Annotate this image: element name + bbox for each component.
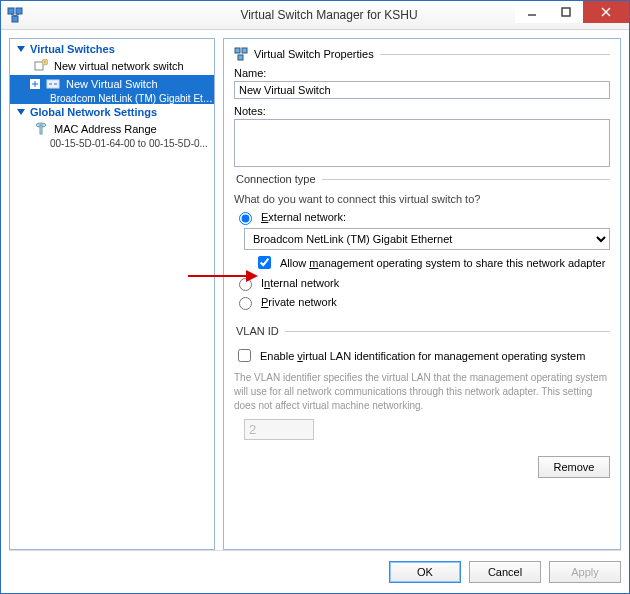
svg-rect-22 — [40, 125, 42, 134]
tree-item-mac-range[interactable]: MAC Address Range — [10, 120, 214, 138]
connection-question: What do you want to connect this virtual… — [234, 193, 610, 205]
vlan-enable-checkbox[interactable] — [238, 349, 251, 362]
svg-rect-0 — [8, 8, 14, 14]
vlan-help-text: The VLAN identifier specifies the virtua… — [234, 371, 610, 413]
maximize-button[interactable] — [549, 1, 583, 23]
expander-plus-icon[interactable] — [30, 79, 40, 89]
switch-icon — [46, 77, 60, 91]
external-network-radio[interactable] — [239, 212, 252, 225]
tree-section-virtual-switches[interactable]: Virtual Switches — [10, 41, 214, 57]
close-button[interactable] — [583, 1, 629, 23]
tree-item-label: New Virtual Switch — [66, 78, 158, 90]
svg-marker-20 — [17, 109, 25, 115]
tree-item-label: MAC Address Range — [54, 123, 157, 135]
notes-label: Notes: — [234, 105, 610, 117]
apply-button[interactable]: Apply — [549, 561, 621, 583]
allow-mgmt-option[interactable]: Allow management operating system to sha… — [254, 253, 610, 272]
titlebar[interactable]: Virtual Switch Manager for KSHU — [1, 1, 629, 30]
chevron-down-icon — [16, 44, 26, 54]
svg-rect-25 — [238, 55, 243, 60]
tree-header-label: Global Network Settings — [30, 106, 157, 118]
svg-rect-1 — [16, 8, 22, 14]
tree-section-global[interactable]: Global Network Settings — [10, 104, 214, 120]
vlan-enable-option[interactable]: Enable virtual LAN identification for ma… — [234, 346, 610, 365]
vlan-group: VLAN ID Enable virtual LAN identificatio… — [234, 325, 610, 440]
tree-item-selected-switch-detail[interactable]: Broadcom NetLink (TM) Gigabit Eth... — [10, 93, 214, 104]
connection-type-group: Connection type What do you want to conn… — [234, 173, 610, 313]
svg-rect-23 — [235, 48, 240, 53]
remove-button[interactable]: Remove — [538, 456, 610, 478]
properties-panel: Virtual Switch Properties Name: Notes: C… — [223, 38, 621, 550]
new-switch-icon — [34, 59, 48, 73]
switch-properties-icon — [234, 47, 248, 61]
svg-marker-9 — [17, 46, 25, 52]
external-network-option[interactable]: External network: — [234, 209, 610, 225]
tree-item-label: New virtual network switch — [54, 60, 184, 72]
minimize-button[interactable] — [515, 1, 549, 23]
internal-network-radio[interactable] — [239, 278, 252, 291]
cancel-button[interactable]: Cancel — [469, 561, 541, 583]
external-label-rest: xternal network: — [268, 211, 346, 223]
tree-header-label: Virtual Switches — [30, 43, 115, 55]
svg-rect-2 — [12, 16, 18, 22]
private-network-option[interactable]: Private network — [234, 294, 610, 310]
vlan-legend: VLAN ID — [234, 325, 285, 337]
navigation-tree[interactable]: Virtual Switches New virtual network swi… — [9, 38, 215, 550]
mac-range-icon — [34, 122, 48, 136]
tree-item-new-switch[interactable]: New virtual network switch — [10, 57, 214, 75]
section-title: Virtual Switch Properties — [254, 48, 374, 60]
app-icon — [7, 7, 23, 23]
private-network-radio[interactable] — [239, 297, 252, 310]
connection-type-legend: Connection type — [234, 173, 322, 185]
dialog-footer: OK Cancel Apply — [9, 550, 621, 593]
vlan-id-input — [244, 419, 314, 440]
section-divider — [380, 54, 610, 55]
name-input[interactable] — [234, 81, 610, 99]
internal-network-option[interactable]: Internal network — [234, 275, 610, 291]
name-label: Name: — [234, 67, 610, 79]
notes-textarea[interactable] — [234, 119, 610, 167]
tree-item-selected-switch[interactable]: New Virtual Switch — [10, 75, 214, 93]
allow-mgmt-checkbox[interactable] — [258, 256, 271, 269]
svg-rect-17 — [47, 80, 59, 88]
svg-rect-24 — [242, 48, 247, 53]
adapter-select[interactable]: Broadcom NetLink (TM) Gigabit Ethernet — [244, 228, 610, 250]
ok-button[interactable]: OK — [389, 561, 461, 583]
svg-rect-6 — [562, 8, 570, 16]
chevron-down-icon — [16, 107, 26, 117]
dialog-window: Virtual Switch Manager for KSHU Virtual … — [0, 0, 630, 594]
tree-item-mac-range-detail: 00-15-5D-01-64-00 to 00-15-5D-0... — [10, 138, 214, 149]
